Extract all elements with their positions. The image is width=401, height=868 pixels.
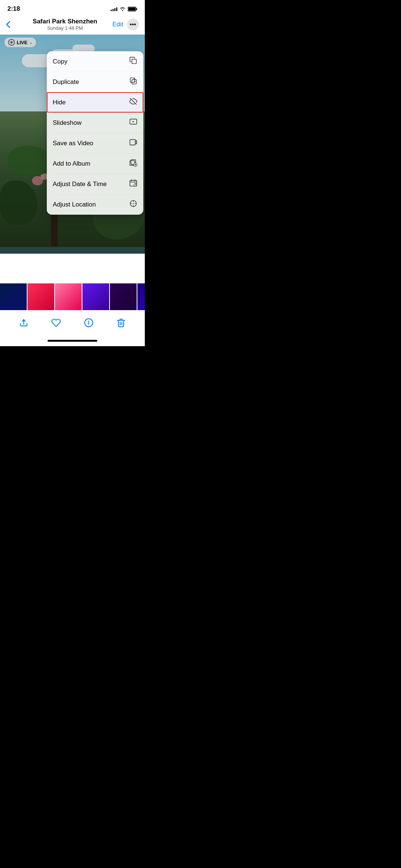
back-button[interactable] <box>6 21 21 28</box>
film-thumb-5[interactable] <box>110 283 137 310</box>
nav-bar: Safari Park Shenzhen Sunday 1:48 PM Edit… <box>0 15 145 35</box>
copy-icon <box>129 56 137 66</box>
adjust-date-icon <box>129 179 137 189</box>
nav-actions: Edit ••• <box>109 19 139 30</box>
bottom-toolbar <box>0 310 145 337</box>
menu-item-hide[interactable]: Hide <box>47 92 143 113</box>
svg-rect-2 <box>128 7 136 10</box>
context-menu: Copy Duplicate Hide <box>47 51 143 215</box>
favorite-button[interactable] <box>48 315 64 331</box>
film-thumb-4[interactable] <box>82 283 109 310</box>
svg-rect-1 <box>136 8 137 10</box>
svg-rect-3 <box>132 59 136 64</box>
menu-label-hide: Hide <box>53 99 66 106</box>
film-thumb-6[interactable] <box>137 283 145 310</box>
status-time: 2:18 <box>7 5 20 13</box>
menu-label-duplicate: Duplicate <box>53 78 79 86</box>
menu-item-save-video[interactable]: Save as Video <box>47 133 143 153</box>
svg-point-26 <box>133 203 134 204</box>
film-thumb-2[interactable] <box>27 283 54 310</box>
nav-subtitle: Sunday 1:48 PM <box>21 25 109 31</box>
fence-area <box>0 247 145 254</box>
photo-area: LIVE ⌄ Copy Duplicate <box>0 35 145 254</box>
svg-marker-10 <box>133 121 134 123</box>
hide-icon <box>129 97 137 107</box>
white-space <box>0 254 145 283</box>
menu-item-adjust-location[interactable]: Adjust Location <box>47 194 143 215</box>
menu-item-duplicate[interactable]: Duplicate <box>47 72 143 92</box>
nav-title-block: Safari Park Shenzhen Sunday 1:48 PM <box>21 18 109 31</box>
live-target-icon <box>8 39 15 46</box>
film-thumb-3[interactable] <box>55 283 82 310</box>
foliage-1 <box>7 146 52 175</box>
film-thumb-1[interactable] <box>0 283 27 310</box>
nav-title: Safari Park Shenzhen <box>21 18 109 25</box>
signal-bars-icon <box>111 7 117 11</box>
info-button[interactable] <box>81 315 97 331</box>
save-video-icon <box>129 138 137 148</box>
menu-label-slideshow: Slideshow <box>53 119 82 127</box>
menu-item-copy[interactable]: Copy <box>47 51 143 72</box>
menu-item-slideshow[interactable]: Slideshow <box>47 113 143 133</box>
share-button[interactable] <box>16 315 32 331</box>
menu-label-save-video: Save as Video <box>53 140 93 147</box>
more-button[interactable]: ••• <box>127 19 139 30</box>
status-bar: 2:18 <box>0 0 145 15</box>
menu-label-add-album: Add to Album <box>53 160 90 168</box>
more-icon: ••• <box>130 21 136 28</box>
home-indicator <box>0 337 145 346</box>
foliage-2 <box>0 181 37 225</box>
status-icons <box>111 7 137 12</box>
edit-button[interactable]: Edit <box>113 21 123 28</box>
menu-item-adjust-date[interactable]: Adjust Date & Time <box>47 174 143 194</box>
menu-label-copy: Copy <box>53 58 68 65</box>
delete-button[interactable] <box>113 315 129 331</box>
live-label: LIVE <box>17 40 27 45</box>
svg-rect-11 <box>130 140 136 145</box>
filmstrip <box>0 283 145 310</box>
menu-label-adjust-location: Adjust Location <box>53 201 96 208</box>
svg-point-24 <box>135 185 136 185</box>
menu-item-add-album[interactable]: Add to Album <box>47 153 143 174</box>
slideshow-icon <box>129 118 137 128</box>
live-chevron-icon: ⌄ <box>29 40 32 45</box>
wifi-icon <box>120 7 125 11</box>
menu-label-adjust-date: Adjust Date & Time <box>53 181 107 188</box>
add-album-icon <box>129 159 137 169</box>
adjust-location-icon <box>129 199 137 209</box>
duplicate-icon <box>129 77 137 87</box>
home-bar <box>48 340 97 342</box>
battery-icon <box>128 7 137 12</box>
live-badge[interactable]: LIVE ⌄ <box>4 38 36 47</box>
